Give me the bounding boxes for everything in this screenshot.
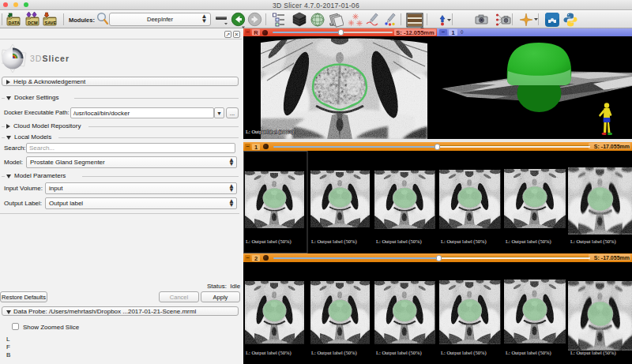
svg-text:DATA: DATA	[9, 21, 20, 25]
svg-text:L: Output label (100%): L: Output label (100%)	[246, 129, 294, 135]
svg-text:SAVE: SAVE	[45, 21, 57, 25]
svg-text:DCM: DCM	[28, 21, 38, 25]
svg-text:3DSlicer: 3DSlicer	[30, 54, 70, 63]
